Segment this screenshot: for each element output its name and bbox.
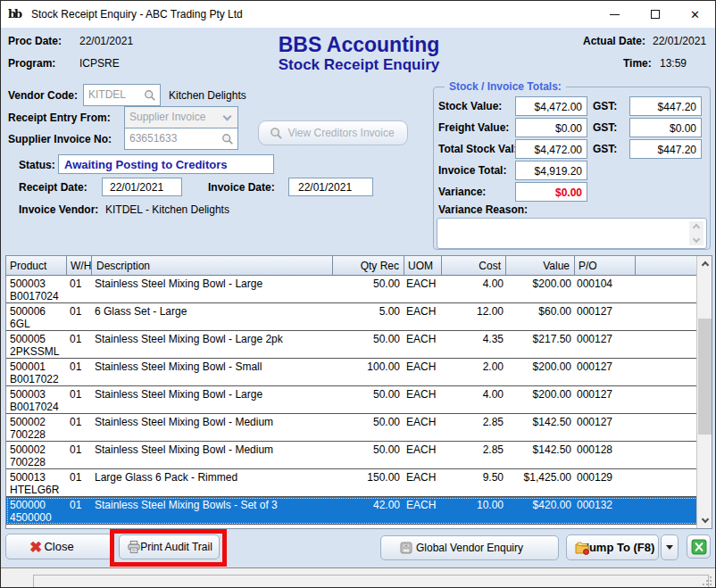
- view-creditors-invoice-label: View Creditors Invoice: [287, 127, 394, 139]
- vertical-scrollbar[interactable]: [696, 256, 712, 528]
- freight-gst-label: GST:: [593, 121, 617, 134]
- stock-value-box: $4,472.00: [515, 96, 587, 116]
- col-header-wh[interactable]: W/H: [66, 256, 91, 276]
- search-icon[interactable]: [221, 133, 234, 145]
- cell-warehouse: 01: [70, 360, 93, 373]
- cell-description: 6 Glass Set - Large: [95, 305, 330, 318]
- cell-cost: 2.85: [443, 443, 504, 456]
- cell-value: $420.00: [505, 499, 571, 511]
- spinner-down-icon: [693, 236, 700, 243]
- receipt-date-input[interactable]: 22/01/2021: [102, 178, 182, 196]
- cell-product: 500006: [10, 305, 65, 318]
- cell-qty-rec: 50.00: [330, 443, 400, 456]
- receipt-entry-from-select[interactable]: Supplier Invoice: [124, 106, 238, 128]
- table-header-row: Product W/H Description Qty Rec UOM Cost…: [6, 256, 698, 276]
- maximize-button[interactable]: [635, 1, 675, 28]
- time-value: 13:59: [660, 57, 687, 70]
- minimize-button[interactable]: [595, 1, 635, 28]
- global-vendor-enquiry-label: Global Vendor Enquiry: [416, 542, 523, 554]
- col-header-qty-rec[interactable]: Qty Rec: [332, 256, 404, 276]
- spinner-up-icon: [693, 224, 700, 231]
- supplier-invoice-no-input[interactable]: 63651633: [124, 128, 238, 150]
- table-row[interactable]: 500001 B0017022 01 Stainless Steel Mixin…: [6, 359, 698, 386]
- cell-description: Stainless Steel Mixing Bowl - Medium: [95, 443, 330, 456]
- cell-uom: EACH: [406, 526, 442, 528]
- excel-icon: [691, 539, 707, 555]
- invoice-date-input[interactable]: 22/01/2021: [288, 178, 373, 196]
- table-row[interactable]: 500003 B0017024 01 Stainless Steel Mixin…: [6, 386, 698, 414]
- stock-gst-box: $447.20: [629, 96, 702, 116]
- cell-warehouse: 01: [70, 471, 93, 484]
- freight-gst-box: $0.00: [629, 118, 702, 137]
- printer-icon: [127, 541, 141, 554]
- variance-reason-textarea[interactable]: [437, 218, 707, 249]
- col-header-description[interactable]: Description: [91, 256, 332, 276]
- app-title: BBS Accounting: [216, 33, 502, 57]
- jump-to-label: Jump To (F8): [583, 541, 655, 554]
- cell-qty-rec: 50.00: [330, 388, 400, 401]
- cell-description: Large Glass 6 Pack - Rimmed: [95, 471, 330, 484]
- scroll-down-icon: [701, 516, 708, 523]
- col-header-product[interactable]: Product: [6, 256, 66, 276]
- cell-po: 000127: [577, 333, 632, 345]
- close-window-button[interactable]: ✕: [675, 1, 715, 28]
- vendor-code-label: Vendor Code:: [8, 89, 78, 102]
- title-bar: bb Stock Receipt Enquiry - ABC Trading P…: [1, 1, 715, 28]
- cell-warehouse: 01: [70, 277, 93, 290]
- close-button[interactable]: ✖ Close: [5, 534, 112, 559]
- cell-product: 500000: [10, 499, 65, 511]
- cell-po: 000133: [577, 526, 632, 528]
- variance-reason-spinner[interactable]: [689, 221, 704, 245]
- jump-to-button[interactable]: Jump To (F8): [566, 534, 659, 560]
- col-header-value[interactable]: Value: [505, 256, 574, 276]
- table-row[interactable]: 500013 HTELG6R 01 Large Glass 6 Pack - R…: [6, 469, 698, 497]
- table-row[interactable]: 500006 6GL 01 6 Glass Set - Large 5.00 E…: [6, 303, 698, 331]
- invoice-total-box: $4,919.20: [515, 161, 587, 180]
- cell-cost: 4.00: [443, 277, 504, 290]
- table-row[interactable]: 500003 B0017024 01 Stainless Steel Mixin…: [6, 276, 698, 303]
- total-gst-box: $447.20: [629, 139, 702, 159]
- total-gst-label: GST:: [593, 143, 617, 155]
- scroll-down-button[interactable]: [697, 513, 712, 528]
- cell-cost: 12.00: [443, 526, 504, 528]
- export-excel-button[interactable]: [687, 534, 711, 559]
- cell-warehouse: 01: [70, 388, 93, 401]
- cell-po: 000104: [577, 277, 632, 290]
- jump-to-dropdown-button[interactable]: [661, 534, 679, 560]
- cell-uom: EACH: [406, 388, 442, 401]
- cell-value: $200.00: [505, 360, 571, 373]
- cell-cost: 9.50: [443, 471, 504, 484]
- scroll-up-button[interactable]: [697, 256, 712, 271]
- card-file-icon: [399, 541, 413, 555]
- table-row[interactable]: 500006 6GL 01 6 Glass Set - Large 20.00 …: [6, 525, 698, 528]
- table-row[interactable]: 500002 700228 01 Stainless Steel Mixing …: [6, 414, 698, 442]
- cell-product: 500013: [10, 471, 65, 484]
- vendor-code-input[interactable]: KITDEL: [83, 84, 161, 106]
- table-row[interactable]: 500000 4500000 01 Stainless Steel Mixing…: [6, 497, 698, 525]
- global-vendor-enquiry-button[interactable]: Global Vendor Enquiry: [380, 535, 559, 560]
- cell-po: 000132: [577, 499, 632, 511]
- cell-value: $200.00: [505, 388, 571, 401]
- cell-product-code2: HTELG6R: [10, 484, 65, 496]
- cell-uom: EACH: [406, 360, 442, 373]
- search-icon: [270, 127, 283, 140]
- search-icon[interactable]: [144, 89, 156, 102]
- table-row[interactable]: 500002 700228 01 Stainless Steel Mixing …: [6, 442, 698, 469]
- table-row[interactable]: 500005 2PKSSML 01 Stainless Steel Mixing…: [6, 331, 698, 359]
- view-creditors-invoice-button[interactable]: View Creditors Invoice: [258, 120, 408, 145]
- cell-warehouse: 01: [70, 305, 93, 318]
- cell-po: 000127: [577, 360, 632, 373]
- scrollbar-thumb[interactable]: [698, 319, 712, 435]
- cell-value: $60.00: [505, 305, 571, 318]
- cell-warehouse: 01: [70, 499, 93, 511]
- col-header-uom[interactable]: UOM: [404, 256, 441, 276]
- cell-product-code2: 700228: [10, 428, 65, 441]
- col-header-po[interactable]: P/O: [574, 256, 635, 276]
- cell-product: 500003: [10, 277, 65, 290]
- total-stock-val-box: $4,472.00: [515, 139, 587, 159]
- status-value-box: Awaiting Posting to Creditors: [58, 154, 274, 174]
- resize-grip[interactable]: [703, 576, 712, 586]
- print-audit-trail-button[interactable]: Print Audit Trail: [119, 534, 220, 559]
- cell-warehouse: 01: [70, 416, 93, 428]
- col-header-cost[interactable]: Cost: [441, 256, 505, 276]
